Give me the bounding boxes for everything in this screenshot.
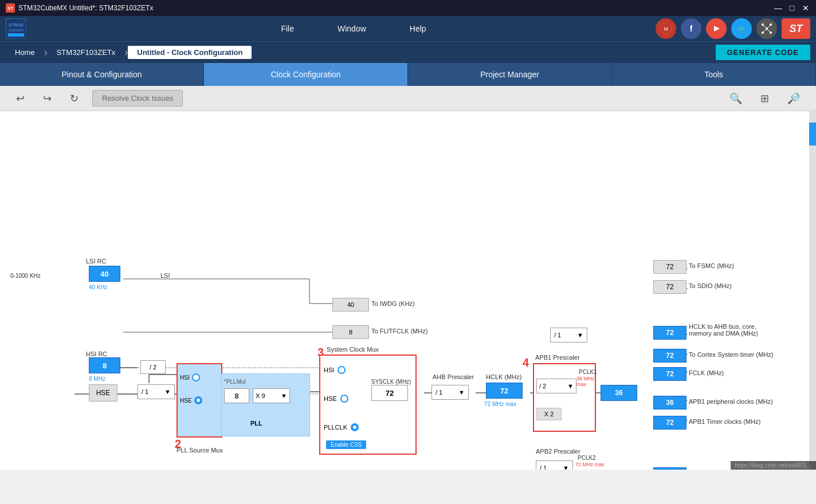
pll-text: PLL <box>250 420 262 427</box>
pll-source-mux-label: PLL Source Mux <box>176 447 223 454</box>
help-menu[interactable]: Help <box>405 22 431 36</box>
scrollbar-thumb[interactable] <box>809 123 816 145</box>
maximize-button[interactable]: □ <box>787 3 797 13</box>
fclk-label: FCLK (MHz) <box>689 369 724 376</box>
hsi-mhz-label: 8 MHz <box>89 376 105 382</box>
zoom-in-button[interactable]: 🔍 <box>725 90 747 107</box>
svg-line-20 <box>767 29 771 33</box>
hclk-ahb-box[interactable]: 72 <box>653 326 686 340</box>
svg-line-17 <box>763 25 767 29</box>
breadcrumb-page[interactable]: Untitled - Clock Configuration <box>128 46 252 59</box>
scrollbar[interactable] <box>809 111 816 470</box>
lsi-value-box[interactable]: 40 <box>89 266 120 282</box>
apb2-prescaler-label: APB2 Prescaler <box>536 448 580 455</box>
lsi-rc-label: LSI RC <box>86 258 106 265</box>
apb1-periph-box[interactable]: 36 <box>653 396 686 410</box>
hsi-value-box[interactable]: 8 <box>89 357 120 373</box>
sysclk-mux-label: System Clock Mux <box>327 346 379 353</box>
svg-line-19 <box>763 29 767 33</box>
app-icon: ST <box>6 3 15 13</box>
svg-text:STM32: STM32 <box>9 22 23 27</box>
to-sdio-top-box: 72 <box>653 280 686 294</box>
pclk1-max: 36 MHz max <box>576 376 595 387</box>
titlebar-title: STM32CubeMX Untitled*: STM32F103ZETx <box>18 4 774 12</box>
pll-block: *PLLMul 8 X 9 ▼ PLL <box>221 373 310 436</box>
sysclk-hsi-radio[interactable] <box>338 366 346 374</box>
sysclk-value[interactable]: 72 <box>371 385 408 401</box>
generate-code-button[interactable]: GENERATE CODE <box>716 45 810 60</box>
pll-hse-radio[interactable] <box>194 396 202 404</box>
logo-icon: STM32 CubeMX <box>6 18 26 39</box>
sysclk-hse-label: HSE <box>324 395 337 402</box>
breadcrumb-home[interactable]: Home <box>6 46 44 59</box>
usb-prescaler-label: USB Prescaler <box>314 468 355 470</box>
sysclk-hse-radio[interactable] <box>340 395 348 403</box>
window-menu[interactable]: Window <box>333 22 371 36</box>
refresh-button[interactable]: ↻ <box>65 90 83 107</box>
sysclk-pllclk-label: PLLCLK <box>324 424 347 431</box>
tab-bar: Pinout & Configuration Clock Configurati… <box>0 63 816 86</box>
pll-hsi-radio[interactable] <box>192 373 200 381</box>
tab-tools[interactable]: Tools <box>612 63 816 86</box>
to-fsmc-label: To FSMC (MHz) <box>689 262 734 269</box>
network-icon[interactable] <box>756 18 777 39</box>
hclk-max-label: 72 MHz max <box>484 401 516 407</box>
hclk-value[interactable]: 72 <box>486 383 523 399</box>
twitter-icon[interactable]: 🐦 <box>731 18 752 39</box>
apb1-periph-label: APB1 peripheral clocks (MHz) <box>689 398 773 405</box>
toolbar: ↩ ↪ ↻ Resolve Clock Issues 🔍 ⊞ 🔎 <box>0 86 816 111</box>
tab-project[interactable]: Project Manager <box>408 63 612 86</box>
enable-css-button[interactable]: Enable CSS <box>326 440 366 449</box>
main-content: 1 Input frequency 8 4-16 MHz HSE / 1 ▼ L… <box>0 111 816 470</box>
to-fsmc-box: 72 <box>653 260 686 274</box>
pll-source-mux-block: HSI HSE <box>176 363 222 438</box>
zoom-out-button[interactable]: 🔎 <box>783 90 805 107</box>
hsi-div2-box[interactable]: / 2 <box>140 360 166 374</box>
hse-div-select[interactable]: / 1 ▼ <box>138 384 175 399</box>
pclk2-label: PCLK2 <box>578 455 596 461</box>
pll-mul-value[interactable]: 8 <box>224 388 249 403</box>
svg-text:🐦: 🐦 <box>737 24 747 34</box>
tab-pinout[interactable]: Pinout & Configuration <box>0 63 204 86</box>
fit-button[interactable]: ⊞ <box>756 90 774 107</box>
minimize-button[interactable]: — <box>774 3 783 13</box>
pclk1-value[interactable]: 36 <box>601 385 637 401</box>
sysclk-hsi-label: HSI <box>324 367 334 373</box>
pclk2-max: 72 MHz max <box>575 462 605 467</box>
breadcrumb-device[interactable]: STM32F103ZETx <box>48 46 125 59</box>
hclk-div-select[interactable]: / 1 ▼ <box>550 328 587 342</box>
close-button[interactable]: ✕ <box>801 3 810 13</box>
tab-clock[interactable]: Clock Configuration <box>204 63 408 86</box>
undo-button[interactable]: ↩ <box>11 90 29 107</box>
apb1-prescaler-block: APB1 Prescaler / 2 ▼ PCLK1 36 MHz max X … <box>533 363 596 432</box>
hse-button[interactable]: HSE <box>89 384 117 401</box>
facebook-icon[interactable]: f <box>681 18 701 39</box>
sysclk-pllclk-radio[interactable] <box>351 423 359 431</box>
to-flit-label: To FLITFCLK (MHz) <box>371 328 427 334</box>
breadcrumb-right: GENERATE CODE <box>716 45 810 60</box>
to-cortex-label: To Cortex System timer (MHz) <box>689 351 773 358</box>
apb2-periph-box[interactable]: 72 <box>653 467 686 470</box>
fclk-box[interactable]: 72 <box>653 367 686 381</box>
hclk-label: HCLK (MHz) <box>486 373 521 380</box>
menu-icons: 10 f 🐦 ST <box>656 18 810 39</box>
ahb-prescaler-select[interactable]: / 1 ▼ <box>431 385 469 400</box>
redo-button[interactable]: ↪ <box>38 90 56 107</box>
to-cortex-box[interactable]: 72 <box>653 349 686 363</box>
to-sdio-top-label: To SDIO (MHz) <box>689 282 732 289</box>
to-iwdg-label: To IWDG (KHz) <box>371 300 415 307</box>
svg-text:CubeMX: CubeMX <box>8 28 24 32</box>
titlebar: ST STM32CubeMX Untitled*: STM32F103ZETx … <box>0 0 816 16</box>
pll-x9-select[interactable]: X 9 ▼ <box>253 388 290 403</box>
apb1-prescaler-select[interactable]: / 2 ▼ <box>536 379 576 393</box>
anniversary-icon[interactable]: 10 <box>656 18 676 39</box>
apb2-prescaler-select[interactable]: / 1 ▼ <box>536 460 573 470</box>
apb1-timer-box[interactable]: 72 <box>653 416 686 430</box>
pll-hse-label: HSE <box>180 397 192 404</box>
st-brand-icon[interactable]: ST <box>782 18 810 39</box>
pll-mul-label: *PLLMul <box>224 379 246 385</box>
label-4: 4 <box>523 356 529 369</box>
resolve-clock-button[interactable]: Resolve Clock Issues <box>92 90 183 107</box>
youtube-icon[interactable] <box>706 18 727 39</box>
file-menu[interactable]: File <box>276 22 299 36</box>
